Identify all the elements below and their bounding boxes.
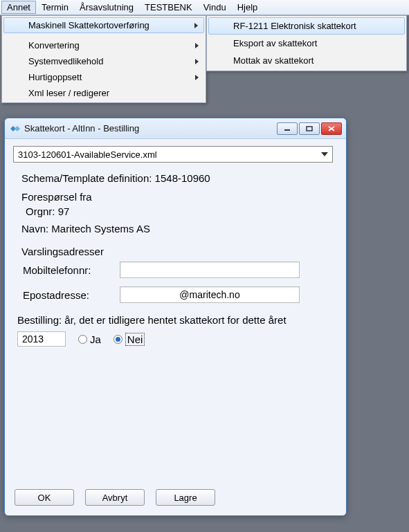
- mobil-label: Mobiltelefonnr:: [23, 264, 120, 276]
- sub-item-mottak[interactable]: Mottak av skattekort: [208, 52, 405, 69]
- lagre-button[interactable]: Lagre: [156, 489, 215, 506]
- navn-value: Navn: Maritech Systems AS: [21, 223, 334, 235]
- dd-item-label: Hurtigoppsett: [28, 72, 82, 82]
- varsling-title: Varslingsadresser: [21, 246, 334, 257]
- dd-item-label: Maskinell Skattekortoverføring: [28, 20, 149, 30]
- file-select-value: 3103-120601-AvailableService.xml: [18, 149, 157, 160]
- epost-input[interactable]: [120, 286, 300, 303]
- dropdown-annet: Maskinell Skattekortoverføring Konverter…: [1, 15, 206, 103]
- mobil-input[interactable]: [120, 262, 300, 278]
- bestilling-row: Ja Nei: [17, 331, 338, 347]
- dd-item-konvertering[interactable]: Konvertering: [3, 37, 204, 53]
- dd-item-systemvedlikehold[interactable]: Systemvedlikehold: [3, 53, 204, 69]
- radio-icon: [78, 335, 87, 344]
- chevron-right-icon: [195, 43, 199, 48]
- menubar-item-arsavslutning[interactable]: Årsavslutning: [74, 1, 139, 14]
- menubar: Annet Termin Årsavslutning TESTBENK Vind…: [0, 0, 409, 15]
- dd-item-label: Systemvedlikehold: [28, 56, 103, 66]
- dd-item-label: Konvertering: [28, 40, 80, 51]
- ok-button[interactable]: OK: [15, 489, 74, 506]
- dialog-title: Skattekort - AltInn - Bestilling: [24, 123, 275, 134]
- schema-definition: Schema/Template definition: 1548-10960: [21, 172, 334, 184]
- menubar-item-annet[interactable]: Annet: [1, 1, 36, 14]
- group-foresporsel: Forespørsel fra Orgnr: 97 Navn: Maritech…: [17, 191, 334, 235]
- sub-item-rf1211[interactable]: RF-1211 Elektronisk skattekort: [208, 17, 405, 35]
- radio-ja-label: Ja: [90, 333, 101, 345]
- close-button[interactable]: [321, 122, 342, 135]
- svg-rect-0: [284, 129, 290, 131]
- menubar-item-hjelp[interactable]: Hjelp: [232, 1, 264, 14]
- minimize-button[interactable]: [277, 122, 298, 135]
- app-icon: [9, 123, 20, 134]
- titlebar[interactable]: Skattekort - AltInn - Bestilling: [5, 118, 346, 139]
- chevron-right-icon: [195, 75, 199, 80]
- radio-nei[interactable]: Nei: [113, 333, 145, 346]
- dd-item-xml-leser[interactable]: Xml leser / redigerer: [3, 85, 204, 101]
- file-select[interactable]: 3103-120601-AvailableService.xml: [13, 146, 333, 163]
- radio-icon: [113, 335, 122, 344]
- svg-rect-1: [307, 127, 312, 131]
- sub-item-label: Eksport av skattekort: [233, 38, 317, 48]
- chevron-right-icon: [195, 59, 199, 64]
- radio-ja[interactable]: Ja: [78, 333, 101, 345]
- menubar-item-termin[interactable]: Termin: [36, 1, 74, 14]
- group-varsling: Varslingsadresser Mobiltelefonnr: Eposta…: [17, 246, 334, 303]
- dd-item-label: Xml leser / redigerer: [28, 88, 109, 98]
- menubar-item-testbenk[interactable]: TESTBENK: [139, 1, 198, 14]
- chevron-right-icon: [194, 23, 198, 28]
- chevron-down-icon: [321, 152, 328, 156]
- radio-nei-label: Nei: [125, 333, 145, 346]
- maximize-button[interactable]: [299, 122, 320, 135]
- menubar-item-vindu[interactable]: Vindu: [198, 1, 232, 14]
- orgnr-value: Orgnr: 97: [26, 205, 334, 217]
- sub-item-label: Mottak av skattekort: [233, 55, 313, 66]
- sub-item-label: RF-1211 Elektronisk skattekort: [233, 21, 356, 31]
- avbryt-button[interactable]: Avbryt: [85, 489, 145, 506]
- dialog-skattekort: Skattekort - AltInn - Bestilling 3103-12…: [4, 118, 347, 516]
- button-row: OK Avbryt Lagre: [15, 489, 215, 506]
- sub-item-eksport[interactable]: Eksport av skattekort: [208, 35, 405, 52]
- dd-item-hurtigoppsett[interactable]: Hurtigoppsett: [3, 69, 204, 85]
- year-input[interactable]: [17, 331, 66, 347]
- epost-label: Epostadresse:: [23, 289, 120, 301]
- foresporsel-title: Forespørsel fra: [21, 191, 334, 203]
- bestilling-label: Bestilling: år, det er tidligere hentet …: [17, 314, 334, 326]
- submenu-skattekort: RF-1211 Elektronisk skattekort Eksport a…: [206, 15, 407, 71]
- dd-item-skattekortoverforing[interactable]: Maskinell Skattekortoverføring: [3, 17, 204, 33]
